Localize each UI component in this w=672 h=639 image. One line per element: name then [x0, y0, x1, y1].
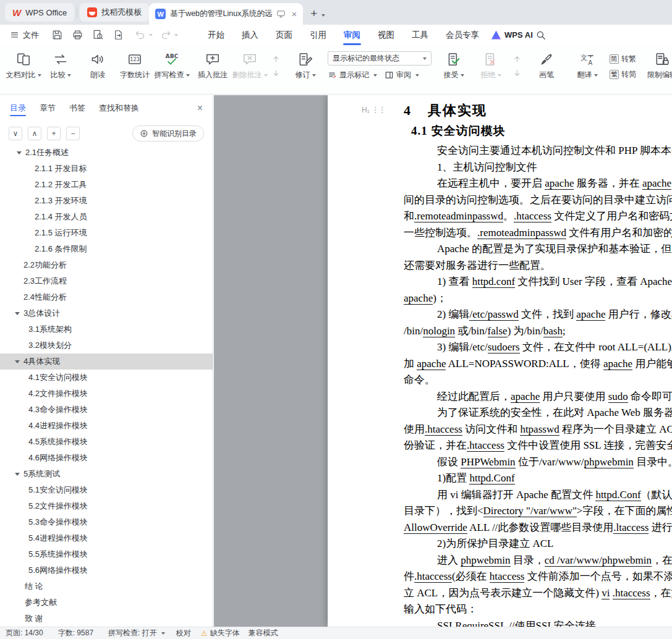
toc-item[interactable]: 4.4进程操作模块	[0, 418, 213, 434]
toc-item[interactable]: 5系统测试	[0, 466, 213, 482]
toc-item[interactable]: 5.3命令操作模块	[0, 514, 213, 530]
next-change-button[interactable]	[511, 67, 523, 78]
toc-item[interactable]: 2.3工作流程	[0, 273, 213, 289]
toc-item[interactable]: 致 谢	[0, 611, 213, 627]
undo-chevron-icon[interactable]	[149, 34, 153, 36]
accept-button[interactable]: 接受	[435, 50, 472, 82]
pen-button[interactable]: 画笔	[528, 50, 565, 82]
increase-level-button[interactable]: +	[47, 127, 61, 140]
missing-font-warning[interactable]: ⚠ 缺失字体	[201, 628, 240, 638]
toc-item[interactable]: 2.1.4 开发人员	[0, 209, 213, 225]
toc-item[interactable]: 2.1.2 开发工具	[0, 177, 213, 193]
expander-triangle-icon[interactable]	[15, 312, 20, 315]
print-preview-button[interactable]	[91, 28, 104, 42]
drag-handle-icon[interactable]: ⋮⋮	[372, 105, 385, 114]
print-button[interactable]	[70, 28, 84, 42]
menu-tab-开始[interactable]: 开始	[199, 25, 233, 45]
menu-tab-页面[interactable]: 页面	[267, 25, 301, 45]
toc-item[interactable]: 4具体实现	[0, 353, 213, 370]
toc-item[interactable]: 2.1.1 开发目标	[0, 161, 213, 177]
to-traditional-button[interactable]: 简 转繁	[610, 54, 636, 64]
show-markup-button[interactable]: 显示标记	[328, 70, 377, 80]
compare-button[interactable]: 比较	[42, 50, 79, 82]
toc-item[interactable]: 2.1任务概述	[0, 145, 213, 161]
collapse-all-button[interactable]: ∨	[9, 127, 22, 140]
heading-handle[interactable]: H₁ ⋮⋮	[362, 105, 385, 114]
pane-tab-查找和替换[interactable]: 查找和替换	[99, 95, 139, 121]
page-indicator[interactable]: 页面: 14/30	[6, 628, 43, 638]
wps-ai-button[interactable]: WPS AI	[491, 25, 533, 45]
menu-tab-审阅[interactable]: 审阅	[335, 25, 369, 45]
expander-triangle-icon[interactable]	[15, 473, 20, 476]
toc-item[interactable]: 5.1安全访问模块	[0, 482, 213, 498]
toc-item[interactable]: 2.1.3 开发环境	[0, 193, 213, 209]
toc-item[interactable]: 5.5系统操作模块	[0, 546, 213, 562]
menu-tab-会员专享[interactable]: 会员专享	[437, 25, 488, 45]
tab-wps-home[interactable]: W WPS Office	[5, 3, 74, 22]
read-aloud-button[interactable]: 朗读	[79, 50, 116, 82]
proofread-button[interactable]: 校对	[176, 628, 191, 638]
menu-tab-引用[interactable]: 引用	[301, 25, 335, 45]
toc-item[interactable]: 2.2功能分析	[0, 257, 213, 273]
toc-item[interactable]: 4.1安全访问模块	[0, 370, 213, 386]
chevron-down-icon	[423, 57, 427, 60]
previous-comment-button[interactable]	[270, 53, 282, 64]
menu-tab-视图[interactable]: 视图	[369, 25, 403, 45]
close-pane-icon[interactable]: ×	[197, 103, 203, 114]
export-button[interactable]	[111, 28, 125, 42]
toc-item[interactable]: 参考文献	[0, 595, 213, 611]
previous-change-button[interactable]	[511, 53, 523, 64]
tab-document-active[interactable]: W 基于web的管理Linux系统的远 ×	[149, 3, 303, 25]
undo-button[interactable]	[134, 28, 147, 42]
toc-item[interactable]: 3.1系统架构	[0, 321, 213, 337]
toc-item[interactable]: 4.5系统操作模块	[0, 434, 213, 450]
review-pane-button[interactable]: 审阅	[385, 70, 419, 80]
toc-item[interactable]: 4.3命令操作模块	[0, 402, 213, 418]
toc-item[interactable]: 2.1.5 运行环境	[0, 225, 213, 241]
menu-tab-插入[interactable]: 插入	[233, 25, 267, 45]
pane-tab-章节[interactable]: 章节	[40, 95, 56, 121]
expand-all-button[interactable]: ∧	[28, 127, 41, 140]
insert-comment-button[interactable]: 插入批注	[194, 50, 231, 82]
track-changes-button[interactable]: 修订	[287, 50, 324, 82]
restrict-edit-button[interactable]: 限制编辑	[644, 50, 672, 82]
translate-button[interactable]: 文A 翻译	[569, 50, 606, 82]
expander-triangle-icon[interactable]	[17, 151, 22, 154]
smart-recognize-toc-button[interactable]: 智能识别目录	[132, 125, 204, 142]
new-tab-button[interactable]: +	[310, 7, 317, 19]
toc-item[interactable]: 结 论	[0, 578, 213, 595]
document-page[interactable]: H₁ ⋮⋮ 4 具体实现 4.1 安全访问模块 安全访问主要通过本机访问控制文件…	[328, 95, 672, 627]
tab-list-chevron-icon[interactable]	[321, 14, 325, 17]
word-count-indicator[interactable]: 字数: 9587	[58, 628, 93, 638]
redo-button[interactable]	[159, 28, 172, 42]
toc-item[interactable]: 5.4进程操作模块	[0, 530, 213, 546]
toc-item[interactable]: 4.6网络操作模块	[0, 450, 213, 466]
toc-item[interactable]: 3总体设计	[0, 305, 213, 321]
toc-item[interactable]: 5.6网络操作模块	[0, 562, 213, 578]
search-button[interactable]	[534, 28, 548, 42]
save-button[interactable]	[50, 28, 64, 42]
spell-check-indicator[interactable]: 拼写检查: 打开	[108, 628, 165, 638]
toc-item[interactable]: 2.4性能分析	[0, 289, 213, 305]
redo-chevron-icon[interactable]	[174, 34, 178, 36]
file-menu-button[interactable]: 文件	[10, 30, 39, 41]
close-tab-icon[interactable]: ×	[291, 9, 297, 19]
toc-item[interactable]: 4.2文件操作模块	[0, 386, 213, 402]
toc-item[interactable]: 2.1.6 条件限制	[0, 241, 213, 257]
markup-state-select[interactable]: 显示标记的最终状态	[328, 51, 432, 66]
tab-docer-templates[interactable]: 找稻壳模板	[80, 3, 149, 22]
pane-tab-书签[interactable]: 书签	[69, 95, 85, 121]
expander-triangle-icon[interactable]	[15, 360, 20, 363]
reject-button[interactable]: 拒绝	[472, 50, 509, 82]
toc-item[interactable]: 5.2文件操作模块	[0, 498, 213, 514]
spell-check-button[interactable]: ABC 拼写检查	[153, 50, 190, 82]
doc-compare-button[interactable]: 文档对比	[5, 50, 42, 82]
menu-tab-工具[interactable]: 工具	[403, 25, 437, 45]
pane-tab-目录[interactable]: 目录	[10, 95, 26, 121]
next-comment-button[interactable]	[270, 67, 282, 78]
word-count-button[interactable]: 123 字数统计	[116, 50, 153, 82]
delete-comment-button[interactable]: 删除批注	[231, 50, 268, 82]
decrease-level-button[interactable]: −	[66, 127, 80, 140]
to-simplified-button[interactable]: 繁 转简	[610, 69, 636, 80]
toc-item[interactable]: 3.2模块划分	[0, 337, 213, 353]
